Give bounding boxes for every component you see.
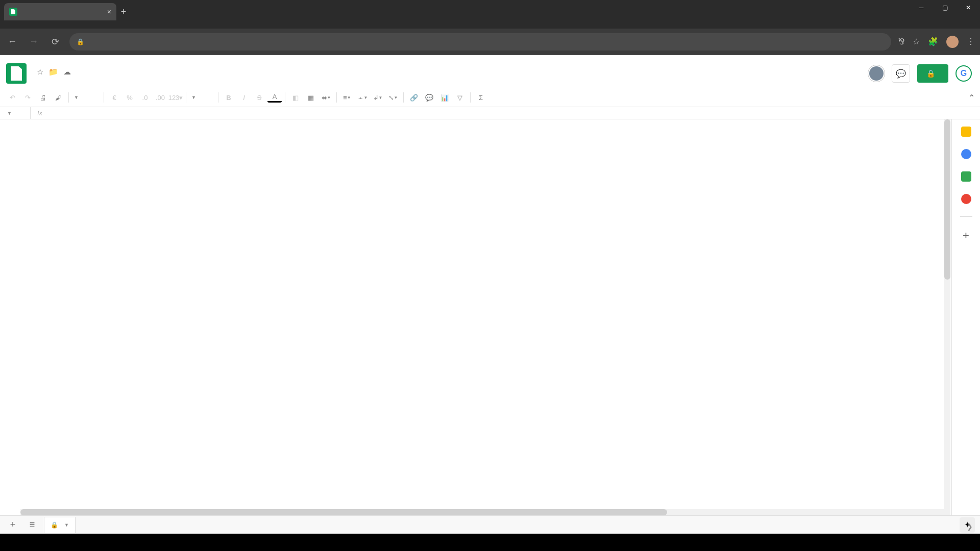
toolbar: ↶ ↷ 🖨 🖌 ▼ € % .0 .00 123▾ ▼ B I S A ◧ ▦ … xyxy=(0,88,980,107)
contacts-icon[interactable] xyxy=(961,171,971,182)
comments-button[interactable]: 💬 xyxy=(892,64,910,83)
comment-button[interactable]: 💬 xyxy=(422,90,436,105)
add-addon-button[interactable]: + xyxy=(963,229,969,242)
new-tab-button[interactable]: + xyxy=(116,7,131,20)
vertical-scrollbar[interactable] xyxy=(944,119,950,520)
fx-label: fx xyxy=(31,110,49,117)
chevron-down-icon: ▼ xyxy=(7,111,12,116)
cloud-status-icon[interactable]: ☁ xyxy=(63,67,71,77)
tasks-icon[interactable] xyxy=(961,149,971,159)
back-button[interactable]: ← xyxy=(5,36,19,47)
menu-format[interactable] xyxy=(68,78,77,80)
print-button[interactable]: 🖨 xyxy=(36,90,50,105)
window-minimize-icon[interactable]: ─ xyxy=(910,0,933,15)
functions-button[interactable]: Σ xyxy=(474,90,488,105)
lock-icon: 🔒 xyxy=(926,69,935,78)
sheets-favicon xyxy=(9,8,17,16)
currency-button[interactable]: € xyxy=(107,90,121,105)
italic-button[interactable]: I xyxy=(237,90,251,105)
menu-ansicht[interactable] xyxy=(50,78,58,80)
borders-button[interactable]: ▦ xyxy=(304,90,318,105)
more-formats-button[interactable]: 123▾ xyxy=(168,90,183,105)
window-maximize-icon[interactable]: ▢ xyxy=(933,0,957,15)
add-sheet-button[interactable]: + xyxy=(5,517,20,533)
browser-menu-icon[interactable]: ⋮ xyxy=(967,37,975,46)
address-bar[interactable]: 🔒 xyxy=(69,33,891,51)
menu-datei[interactable] xyxy=(32,78,40,80)
link-button[interactable]: 🔗 xyxy=(407,90,421,105)
undo-button[interactable]: ↶ xyxy=(5,90,19,105)
rotate-button[interactable]: ⤡ ▼ xyxy=(386,90,400,105)
paint-format-button[interactable]: 🖌 xyxy=(51,90,65,105)
move-icon[interactable]: 📁 xyxy=(48,67,58,77)
extensions-icon[interactable]: 🧩 xyxy=(928,37,938,46)
browser-tab[interactable]: × xyxy=(4,3,116,20)
forward-button[interactable]: → xyxy=(27,36,41,47)
sheet-tab[interactable]: 🔒 ▼ xyxy=(44,517,76,533)
maps-icon[interactable] xyxy=(961,194,971,204)
text-color-button[interactable]: A xyxy=(267,92,282,103)
bookmark-icon[interactable]: ☆ xyxy=(913,37,920,46)
h-align-button[interactable]: ≡ ▼ xyxy=(340,90,354,105)
chevron-down-icon[interactable]: ▼ xyxy=(64,522,69,528)
bold-button[interactable]: B xyxy=(222,90,236,105)
window-close-icon[interactable]: ✕ xyxy=(957,0,980,15)
filter-button[interactable]: ▽ xyxy=(453,90,467,105)
v-align-button[interactable]: ⫠ ▼ xyxy=(355,90,370,105)
menu-bearbeiten[interactable] xyxy=(41,78,49,80)
menu-einfuegen[interactable] xyxy=(59,78,67,80)
menu-daten[interactable] xyxy=(78,78,86,80)
wrap-button[interactable]: ↲ ▼ xyxy=(371,90,385,105)
share-button[interactable]: 🔒 xyxy=(917,64,948,83)
lock-icon: 🔒 xyxy=(77,38,84,45)
horizontal-scrollbar[interactable] xyxy=(20,509,944,515)
menu-hilfe[interactable] xyxy=(105,78,113,80)
chart-button[interactable]: 📊 xyxy=(437,90,452,105)
collapse-side-panel-icon[interactable]: ❯ xyxy=(967,522,973,531)
translate-icon[interactable]: ⅋ xyxy=(898,37,904,46)
reload-button[interactable]: ⟳ xyxy=(48,36,62,47)
redo-button[interactable]: ↷ xyxy=(20,90,35,105)
menu-tools[interactable] xyxy=(87,78,95,80)
zoom-select[interactable]: ▼ xyxy=(72,95,101,100)
google-account-icon[interactable]: G xyxy=(955,65,972,82)
percent-button[interactable]: % xyxy=(122,90,137,105)
keep-icon[interactable] xyxy=(961,127,971,137)
collapse-toolbar-icon[interactable]: ⌃ xyxy=(968,93,975,103)
name-box[interactable]: ▼ xyxy=(0,107,31,119)
merge-button[interactable]: ⬌ ▼ xyxy=(319,90,333,105)
profile-avatar[interactable] xyxy=(946,36,959,48)
collaborator-avatar[interactable] xyxy=(868,65,885,82)
decrease-decimal-button[interactable]: .0 xyxy=(138,90,152,105)
close-tab-icon[interactable]: × xyxy=(107,8,111,16)
font-size-select[interactable]: ▼ xyxy=(189,95,215,100)
menu-addons[interactable] xyxy=(96,78,104,80)
star-icon[interactable]: ☆ xyxy=(37,67,43,77)
menu-bar xyxy=(32,78,863,80)
fill-color-button[interactable]: ◧ xyxy=(288,90,303,105)
strikethrough-button[interactable]: S xyxy=(252,90,266,105)
all-sheets-button[interactable]: ≡ xyxy=(24,517,40,533)
sheets-logo-icon[interactable] xyxy=(6,63,27,84)
lock-icon: 🔒 xyxy=(51,521,58,529)
increase-decimal-button[interactable]: .00 xyxy=(153,90,167,105)
side-panel: + xyxy=(951,119,980,528)
taskbar xyxy=(0,534,980,551)
